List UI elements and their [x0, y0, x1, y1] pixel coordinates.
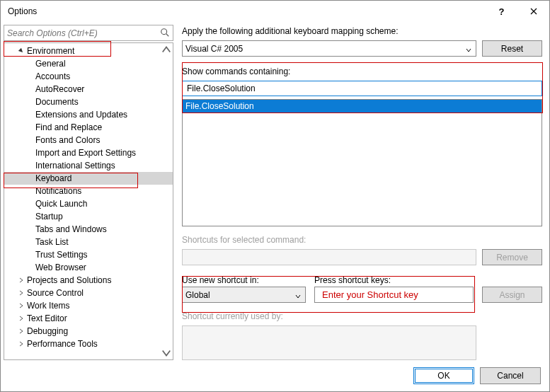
scheme-combo[interactable]: Visual C# 2005 — [182, 40, 476, 57]
used-by-label: Shortcut currently used by: — [182, 311, 542, 321]
close-button[interactable] — [517, 1, 549, 22]
use-shortcut-label: Use new shortcut in: — [182, 275, 306, 285]
filter-input[interactable] — [185, 83, 539, 94]
dialog-footer: OK Cancel — [1, 360, 549, 391]
window-title: Options — [8, 6, 486, 16]
remove-button: Remove — [482, 249, 542, 265]
search-box[interactable] — [4, 25, 173, 41]
shortcuts-combo — [182, 249, 476, 265]
expand-icon[interactable] — [17, 314, 25, 323]
tree-node[interactable]: Projects and Solutions — [4, 274, 173, 287]
list-item[interactable]: File.CloseSolution — [183, 100, 542, 113]
chevron-down-icon — [295, 292, 302, 299]
scroll-up-icon[interactable] — [161, 45, 171, 54]
cancel-button[interactable]: Cancel — [480, 367, 541, 384]
shortcuts-label: Shortcuts for selected command: — [182, 235, 542, 245]
assign-button: Assign — [482, 287, 542, 303]
expand-icon[interactable] — [17, 276, 25, 284]
use-shortcut-value: Global — [185, 290, 210, 300]
tree-node[interactable]: Work Items — [4, 299, 173, 312]
category-tree[interactable]: EnvironmentGeneralAccountsAutoRecoverDoc… — [4, 42, 173, 360]
used-by-combo — [182, 325, 476, 360]
search-input[interactable] — [4, 27, 173, 40]
tree-item[interactable]: Trust Settings — [4, 248, 173, 261]
tree-item[interactable]: Fonts and Colors — [4, 134, 173, 146]
tree-item[interactable]: Accounts — [4, 70, 173, 83]
svg-point-0 — [161, 29, 167, 35]
tree-node-environment[interactable]: Environment — [4, 45, 173, 57]
filter-input-wrap[interactable] — [182, 81, 542, 96]
tree-node[interactable]: Source Control — [4, 287, 173, 299]
expand-icon[interactable] — [17, 301, 25, 310]
reset-button[interactable]: Reset — [482, 40, 542, 57]
tree-item[interactable]: International Settings — [4, 159, 173, 172]
svg-line-1 — [166, 34, 169, 37]
tree-item[interactable]: Extensions and Updates — [4, 108, 173, 121]
tree-item[interactable]: Find and Replace — [4, 121, 173, 134]
search-icon — [160, 28, 170, 38]
help-button[interactable]: ? — [486, 1, 517, 22]
press-keys-input[interactable]: Enter your Shortcut key — [314, 287, 474, 303]
tree-item[interactable]: Quick Launch — [4, 197, 173, 210]
expand-icon[interactable] — [17, 327, 25, 335]
show-commands-label: Show commands containing: — [182, 67, 542, 76]
tree-item[interactable]: Task List — [4, 236, 173, 248]
tree-item[interactable]: AutoRecover — [4, 83, 173, 96]
left-pane: EnvironmentGeneralAccountsAutoRecoverDoc… — [4, 25, 173, 360]
tree-item[interactable]: Tabs and Windows — [4, 223, 173, 236]
right-pane: Apply the following additional keyboard … — [182, 25, 542, 360]
expand-icon[interactable] — [17, 289, 25, 297]
command-list[interactable]: File.CloseSolution — [182, 99, 542, 226]
use-shortcut-combo[interactable]: Global — [182, 287, 306, 303]
tree-node[interactable]: Performance Tools — [4, 338, 173, 350]
expand-icon[interactable] — [17, 340, 25, 348]
chevron-down-icon — [466, 45, 473, 52]
options-dialog: Options ? EnvironmentGeneralAccountsAuto… — [0, 0, 550, 392]
expand-icon[interactable] — [17, 47, 25, 55]
tree-item[interactable]: General — [4, 57, 173, 70]
scheme-value: Visual C# 2005 — [185, 44, 243, 54]
press-keys-note: Enter your Shortcut key — [318, 289, 418, 300]
tree-item[interactable]: Documents — [4, 96, 173, 108]
tree-item[interactable]: Import and Export Settings — [4, 146, 173, 159]
ok-button[interactable]: OK — [413, 367, 474, 384]
tree-item[interactable]: Keyboard — [4, 172, 173, 185]
tree-item[interactable]: Web Browser — [4, 261, 173, 274]
scheme-label: Apply the following additional keyboard … — [182, 26, 542, 36]
tree-item[interactable]: Notifications — [4, 185, 173, 197]
press-keys-label: Press shortcut keys: — [314, 275, 474, 285]
scroll-down-icon[interactable] — [161, 348, 171, 358]
tree-node[interactable]: Debugging — [4, 325, 173, 338]
tree-node[interactable]: Text Editor — [4, 312, 173, 325]
titlebar: Options ? — [1, 1, 549, 22]
tree-item[interactable]: Startup — [4, 210, 173, 223]
